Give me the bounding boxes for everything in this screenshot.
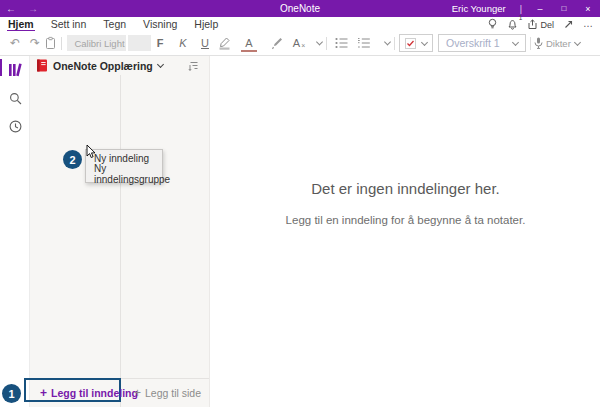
- notebook-selector[interactable]: OneNote Opplæring: [30, 56, 209, 75]
- mouse-cursor-icon: [86, 144, 97, 159]
- share-button[interactable]: Del: [527, 19, 554, 30]
- style-dropdown[interactable]: Overskrift 1: [438, 34, 526, 52]
- undo-button[interactable]: ↶: [6, 36, 24, 50]
- content-area: Det er ingen inndelinger her. Legg til e…: [211, 56, 600, 407]
- font-name-select[interactable]: Calibri Light: [67, 35, 126, 51]
- bold-button[interactable]: F: [151, 37, 169, 49]
- sections-pages-divider: [120, 75, 121, 407]
- style-selected-value: Overskrift 1: [439, 37, 513, 49]
- plus-icon: +: [134, 388, 141, 398]
- search-icon[interactable]: [0, 86, 30, 110]
- empty-state-subtext: Legg til en inndeling for å begynne å ta…: [211, 214, 600, 226]
- recent-notes-clock-icon[interactable]: [0, 114, 30, 138]
- notebooks-library-icon[interactable]: [0, 58, 30, 82]
- step-badge-2: 2: [63, 150, 82, 169]
- notebook-name: OneNote Opplæring: [53, 60, 153, 72]
- step-badge-1: 1: [2, 384, 21, 403]
- titlebar: ← → OneNote Eric Younger | – □ ×: [0, 0, 600, 17]
- add-page-button[interactable]: + Legg til side: [134, 387, 201, 399]
- notifications-bell-icon[interactable]: 1: [507, 18, 518, 30]
- sort-sections-icon[interactable]: [187, 60, 199, 72]
- empty-state-heading: Det er ingen inndelinger her.: [211, 180, 600, 197]
- tell-me-lightbulb-icon[interactable]: [487, 18, 498, 30]
- tab-hjelp[interactable]: Hjelp: [194, 17, 218, 31]
- todo-checkbox-icon: [405, 38, 416, 49]
- tab-hjem[interactable]: Hjem: [8, 17, 34, 31]
- forward-arrow-icon[interactable]: →: [22, 3, 44, 14]
- navigation-panel: OneNote Opplæring + Legg til inndeling +…: [30, 56, 210, 407]
- numbered-list-button[interactable]: [353, 38, 373, 49]
- add-section-button[interactable]: + Legg til inndeling: [40, 387, 138, 399]
- tab-tegn[interactable]: Tegn: [103, 17, 126, 31]
- microphone-icon: [534, 37, 543, 49]
- maximize-button[interactable]: □: [552, 0, 576, 17]
- todo-tag-dropdown[interactable]: [399, 34, 433, 52]
- clear-format-letter: A: [293, 37, 300, 49]
- clear-formatting-button[interactable]: A ×: [289, 37, 309, 49]
- close-button[interactable]: ×: [576, 0, 600, 17]
- dictate-button[interactable]: Dikter: [534, 37, 580, 49]
- format-painter-icon[interactable]: [268, 37, 286, 50]
- notebook-icon: [36, 59, 48, 72]
- share-label: Del: [540, 20, 554, 30]
- font-color-letter: A: [245, 37, 252, 49]
- highlighter-icon[interactable]: [214, 35, 234, 51]
- underline-button[interactable]: U: [196, 37, 214, 49]
- tab-sett-inn[interactable]: Sett inn: [51, 17, 87, 31]
- font-options-chevron-icon[interactable]: [312, 42, 326, 45]
- formatting-toolbar: ↶ ↷ Calibri Light F K U A A × Overskrift…: [0, 31, 600, 56]
- signed-in-user[interactable]: Eric Younger: [452, 3, 506, 14]
- tab-visning[interactable]: Visning: [143, 17, 177, 31]
- add-page-label: Legg til side: [145, 387, 201, 399]
- notification-count: 1: [519, 14, 523, 21]
- minimize-button[interactable]: –: [528, 0, 552, 17]
- font-color-button[interactable]: A: [240, 35, 258, 51]
- font-size-select[interactable]: [128, 35, 151, 51]
- fullscreen-icon[interactable]: [563, 19, 574, 30]
- plus-icon: +: [40, 388, 47, 398]
- dictate-label: Dikter: [546, 38, 571, 49]
- menubar-right-actions: 1 Del …: [487, 17, 594, 31]
- add-section-label: Legg til inndeling: [51, 387, 138, 399]
- more-options-icon[interactable]: …: [583, 20, 594, 28]
- notebook-chevron-icon: [157, 61, 164, 68]
- menu-item-new-section-group[interactable]: Ny inndelingsgruppe: [86, 166, 162, 182]
- paste-icon[interactable]: [42, 37, 58, 50]
- back-arrow-icon[interactable]: ←: [0, 3, 22, 14]
- titlebar-divider: |: [520, 4, 522, 14]
- clear-format-x: ×: [301, 42, 305, 49]
- italic-button[interactable]: K: [174, 37, 192, 49]
- app-rail: [0, 56, 30, 407]
- list-options-chevron-icon[interactable]: [380, 42, 394, 45]
- bullet-list-button[interactable]: [331, 38, 351, 49]
